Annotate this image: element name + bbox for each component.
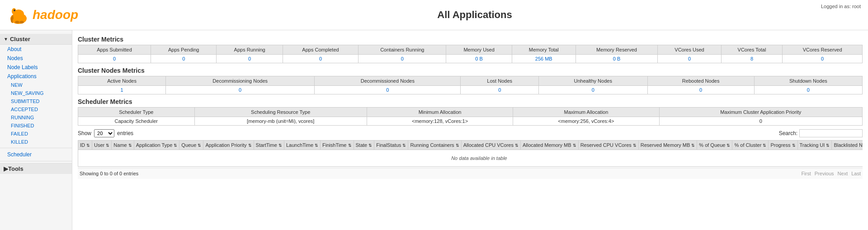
- sidebar-item-accepted[interactable]: ACCEPTED: [0, 105, 72, 113]
- scheduler-value: <memory:256, vCores:4>: [513, 117, 659, 126]
- sort-icon: ⇅: [86, 143, 90, 148]
- pagination: First Previous Next Last: [801, 171, 861, 176]
- last-page-button[interactable]: Last: [851, 171, 861, 176]
- show-entries-select[interactable]: 10202550100: [94, 129, 114, 137]
- app-table-col[interactable]: LaunchTime ⇅: [284, 141, 320, 150]
- cluster-metrics-value[interactable]: 256 MB: [512, 55, 576, 63]
- app-table-col[interactable]: Name ⇅: [112, 141, 134, 150]
- cluster-metrics-col: VCores Reserved: [783, 45, 863, 55]
- show-label: Show: [78, 130, 91, 136]
- app-table-col[interactable]: Allocated CPU VCores ⇅: [461, 141, 520, 150]
- cluster-metrics-value[interactable]: 0: [217, 55, 283, 63]
- cluster-section-header[interactable]: ▼ Cluster: [0, 34, 72, 45]
- sidebar-item-finished[interactable]: FINISHED: [0, 122, 72, 130]
- sidebar-item-new[interactable]: NEW: [0, 81, 72, 89]
- sidebar-item-applications[interactable]: Applications: [0, 72, 72, 81]
- sidebar-item-scheduler[interactable]: Scheduler: [0, 150, 72, 159]
- cluster-nodes-metrics-title: Cluster Nodes Metrics: [78, 67, 863, 74]
- sidebar-item-submitted[interactable]: SUBMITTED: [0, 97, 72, 105]
- scheduler-value: 0: [659, 117, 862, 126]
- app-table-col[interactable]: Progress ⇅: [769, 141, 797, 150]
- app-table-col[interactable]: Reserved Memory MB ⇅: [638, 141, 697, 150]
- sort-icon: ⇅: [248, 143, 252, 148]
- cluster-metrics-col: Memory Total: [512, 45, 576, 55]
- app-table-col[interactable]: % of Cluster ⇅: [732, 141, 769, 150]
- cluster-metrics-value[interactable]: 0: [78, 55, 151, 63]
- app-table-col[interactable]: User ⇅: [92, 141, 112, 150]
- scheduler-value: [memory-mb (unit=Mi), vcores]: [194, 117, 367, 126]
- app-table-col[interactable]: State ⇅: [354, 141, 374, 150]
- sort-icon: ⇅: [198, 143, 201, 148]
- cluster-metrics-value[interactable]: 0 B: [446, 55, 512, 63]
- cluster-metrics-value[interactable]: 0: [783, 55, 863, 63]
- hadoop-logo: hadoop: [7, 4, 89, 26]
- cluster-metrics-col: Containers Running: [359, 45, 446, 55]
- cluster-arrow-icon: ▼: [4, 37, 8, 42]
- cluster-metrics-value[interactable]: 0: [283, 55, 358, 63]
- scheduler-col: Scheduling Resource Type: [194, 108, 367, 117]
- sort-icon: ⇅: [348, 143, 352, 148]
- cluster-nodes-value[interactable]: 1: [78, 86, 166, 94]
- app-table-col[interactable]: ID ⇅: [78, 141, 92, 150]
- sort-icon: ⇅: [456, 143, 459, 148]
- cluster-metrics-value[interactable]: 0: [359, 55, 446, 63]
- cluster-nodes-value[interactable]: 0: [538, 86, 647, 94]
- scheduler-col: Maximum Cluster Application Priority: [659, 108, 862, 117]
- next-page-button[interactable]: Next: [838, 171, 848, 176]
- cluster-nodes-value[interactable]: 0: [647, 86, 754, 94]
- cluster-nodes-col: Decommissioning Nodes: [166, 76, 315, 86]
- sort-icon: ⇅: [691, 143, 695, 148]
- app-table-col[interactable]: Application Type ⇅: [134, 141, 179, 150]
- sidebar-item-failed[interactable]: FAILED: [0, 130, 72, 138]
- previous-page-button[interactable]: Previous: [815, 171, 834, 176]
- sort-icon: ⇅: [792, 143, 796, 148]
- sidebar-item-new-saving[interactable]: NEW_SAVING: [0, 89, 72, 97]
- cluster-nodes-value[interactable]: 0: [166, 86, 315, 94]
- sidebar-divider: [0, 148, 72, 148]
- cluster-metrics-col: VCores Used: [658, 45, 721, 55]
- search-input[interactable]: [799, 129, 863, 137]
- sort-icon: ⇅: [726, 143, 730, 148]
- sidebar-item-running[interactable]: RUNNING: [0, 113, 72, 122]
- scheduler-col: Minimum Allocation: [367, 108, 513, 117]
- cluster-metrics-value[interactable]: 8: [721, 55, 783, 63]
- app-table-col[interactable]: Tracking UI ⇅: [797, 141, 832, 150]
- header: hadoop All Applications Logged in as: ro…: [0, 0, 868, 30]
- scheduler-metrics-table: Scheduler TypeScheduling Resource TypeMi…: [78, 107, 863, 126]
- tools-section-header[interactable]: ▶ Tools: [0, 163, 72, 174]
- app-table-col[interactable]: Queue ⇅: [179, 141, 203, 150]
- app-table-col[interactable]: % of Queue ⇅: [697, 141, 732, 150]
- svg-point-3: [14, 9, 15, 11]
- sidebar: ▼ Cluster About Nodes Node Labels Applic…: [0, 30, 72, 230]
- sidebar-item-killed[interactable]: KILLED: [0, 138, 72, 146]
- sidebar-item-about[interactable]: About: [0, 45, 72, 54]
- app-table-col[interactable]: FinalStatus ⇅: [374, 141, 408, 150]
- scheduler-metrics-title: Scheduler Metrics: [78, 98, 863, 105]
- sidebar-item-node-labels[interactable]: Node Labels: [0, 63, 72, 72]
- app-table-col[interactable]: StartTime ⇅: [254, 141, 284, 150]
- cluster-nodes-col: Unhealthy Nodes: [538, 76, 647, 86]
- app-table-col[interactable]: Application Priority ⇅: [203, 141, 254, 150]
- main-layout: ▼ Cluster About Nodes Node Labels Applic…: [0, 30, 868, 230]
- cluster-metrics-value[interactable]: 0 B: [576, 55, 658, 63]
- app-table-col[interactable]: Allocated Memory MB ⇅: [521, 141, 579, 150]
- cluster-metrics-value[interactable]: 0: [658, 55, 721, 63]
- app-table-col[interactable]: Running Containers ⇅: [408, 141, 461, 150]
- cluster-metrics-value[interactable]: 0: [151, 55, 217, 63]
- cluster-metrics-col: VCores Total: [721, 45, 783, 55]
- sort-icon: ⇅: [515, 143, 519, 148]
- cluster-nodes-value[interactable]: 0: [315, 86, 461, 94]
- cluster-nodes-value[interactable]: 0: [461, 86, 538, 94]
- sidebar-divider2: [0, 161, 72, 161]
- app-table-col[interactable]: FinishTime ⇅: [321, 141, 354, 150]
- hadoop-text: hadoop: [33, 8, 78, 22]
- sidebar-item-nodes[interactable]: Nodes: [0, 54, 72, 63]
- first-page-button[interactable]: First: [801, 171, 811, 176]
- app-table-col[interactable]: Blacklisted Nodes ⇅: [832, 141, 863, 150]
- hadoop-elephant-icon: [7, 5, 30, 25]
- tools-label: Tools: [8, 165, 24, 172]
- app-table-col[interactable]: Reserved CPU VCores ⇅: [578, 141, 638, 150]
- cluster-metrics-col: Apps Submitted: [78, 45, 151, 55]
- cluster-nodes-value[interactable]: 0: [754, 86, 862, 94]
- svg-point-2: [12, 8, 16, 14]
